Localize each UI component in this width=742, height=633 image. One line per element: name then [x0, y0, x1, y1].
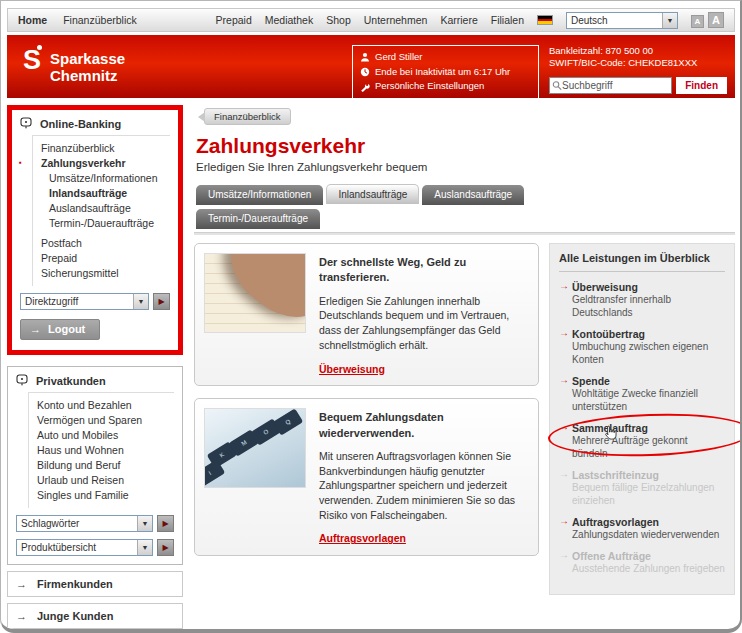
sidebar-item-termin-dauerauftraege[interactable]: Termin-/Daueraufträge: [33, 215, 170, 230]
overview-item-ueberweisung[interactable]: → Überweisung Geldtransfer innerhalb Deu…: [559, 281, 725, 319]
overview-title: Alle Leistungen im Überblick: [559, 252, 725, 272]
page-title: Zahlungsverkehr: [196, 134, 735, 158]
tab-bar: Umsätze/InformationenInlandsaufträgeAusl…: [196, 184, 735, 232]
clock-icon: [360, 67, 370, 77]
nav-unternehmen[interactable]: Unternehmen: [364, 14, 428, 26]
overview-item-sammelauftrag[interactable]: → Sammelauftrag Mehrere Aufträge gekonnt…: [559, 422, 725, 460]
german-flag-icon: [537, 15, 553, 25]
logout-label: Logout: [48, 323, 85, 335]
overview-panel: Alle Leistungen im Überblick → Überweisu…: [549, 243, 735, 595]
tab-umsaetze-informationen[interactable]: Umsätze/Informationen: [196, 185, 323, 205]
logout-button[interactable]: → Logout: [20, 319, 100, 340]
session-user[interactable]: Gerd Stiller: [360, 50, 531, 65]
sidebar-item-finanzueberblick[interactable]: Finanzüberblick: [33, 140, 170, 155]
search-icon: [552, 80, 562, 91]
divider: [194, 232, 735, 235]
nav-prepaid[interactable]: Prepaid: [216, 14, 252, 26]
language-value: Deutsch: [567, 15, 662, 26]
produktuebersicht-go-button[interactable]: ▶: [157, 539, 174, 556]
session-timeout: Ende bei Inaktivität um 6:17 Uhr: [360, 65, 531, 80]
nav-home[interactable]: Home: [18, 14, 47, 26]
sidebar-item-sicherungsmittel[interactable]: Sicherungsmittel: [33, 265, 170, 280]
sparkasse-s-icon: S: [23, 47, 41, 73]
sidebar-item-auslandsauftraege[interactable]: Auslandsaufträge: [33, 200, 170, 215]
section-label: Junge Kunden: [37, 610, 113, 622]
speech-bubble-icon: [16, 374, 28, 387]
produktuebersicht-select[interactable]: Produktübersicht ▼: [16, 539, 153, 556]
speech-bubble-icon: [20, 117, 32, 130]
sidebar-item-konto-bezahlen[interactable]: Konto und Bezahlen: [29, 397, 174, 412]
overview-item-auftragsvorlagen[interactable]: → Auftragsvorlagen Zahlungsdaten wiederv…: [559, 516, 725, 541]
search-box: [549, 77, 672, 94]
direktzugriff-go-button[interactable]: ▶: [153, 293, 170, 310]
arrow-right-icon: →: [16, 610, 27, 622]
breadcrumb-finanzueberblick[interactable]: Finanzüberblick: [204, 108, 291, 125]
arrow-right-icon: →: [559, 515, 569, 526]
nav-karriere[interactable]: Karriere: [440, 14, 477, 26]
arrow-right-icon: →: [559, 549, 569, 560]
tab-auslandsauftraege[interactable]: Auslandsaufträge: [422, 185, 524, 205]
ueberweisung-link[interactable]: Überweisung: [319, 362, 385, 377]
nav-filialen[interactable]: Filialen: [491, 14, 524, 26]
font-increase-button[interactable]: A: [708, 12, 724, 28]
nav-finanzueberblick[interactable]: Finanzüberblick: [63, 14, 137, 26]
schlagwoerter-value: Schlagwörter: [17, 518, 137, 529]
sidebar-item-auto-mobiles[interactable]: Auto und Mobiles: [29, 427, 174, 442]
bank-name-line1: Sparkasse: [50, 50, 125, 67]
sidebar-section-junge-kunden[interactable]: → Junge Kunden: [7, 603, 183, 629]
find-button[interactable]: Finden: [676, 77, 727, 94]
card-index-photo[interactable]: K M O Q I: [204, 408, 306, 488]
arrow-right-icon: →: [559, 327, 569, 338]
card-body: Erledigen Sie Zahlungen innerhalb Deutsc…: [319, 294, 529, 353]
browser-page: Home Finanzüberblick Prepaid Mediathek S…: [0, 0, 742, 633]
arrow-right-icon: →: [559, 280, 569, 291]
chevron-down-icon[interactable]: ▼: [662, 13, 677, 28]
card-heading: Bequem Zahlungsdaten wiederverwenden.: [319, 410, 529, 441]
nav-shop[interactable]: Shop: [326, 14, 351, 26]
main-content: Finanzüberblick Zahlungsverkehr Erledige…: [194, 105, 735, 633]
arrow-right-icon: →: [559, 374, 569, 385]
arrow-right-icon: →: [16, 578, 27, 590]
online-banking-panel: Online-Banking Finanzüberblick ▪Zahlungs…: [7, 105, 183, 355]
font-decrease-button[interactable]: A: [691, 15, 704, 28]
sidebar-item-bildung-beruf[interactable]: Bildung und Beruf: [29, 457, 174, 472]
overview-item-kontouebertrag[interactable]: → Kontoübertrag Umbuchung zwischen eigen…: [559, 328, 725, 366]
transfer-form-photo[interactable]: [204, 253, 306, 333]
bankleitzahl-text: Bankleitzahl: 870 500 00: [549, 45, 727, 57]
sidebar-item-haus-wohnen[interactable]: Haus und Wohnen: [29, 442, 174, 457]
chevron-down-icon[interactable]: ▼: [137, 540, 152, 555]
teaser-card-auftragsvorlagen: K M O Q I Bequem Zahlungsdaten wiederver…: [194, 398, 539, 556]
online-banking-title: Online-Banking: [40, 118, 121, 130]
session-settings[interactable]: Persönliche Einstellungen: [360, 79, 531, 94]
card-body: Mit unseren Auftragsvorlagen können Sie …: [319, 449, 529, 522]
tab-inlandsauftraege[interactable]: Inlandsaufträge: [326, 184, 419, 204]
sidebar-item-inlandsauftraege[interactable]: Inlandsaufträge: [33, 185, 170, 200]
sidebar-item-vermoegen-sparen[interactable]: Vermögen und Sparen: [29, 412, 174, 427]
chevron-down-icon[interactable]: ▼: [133, 294, 148, 309]
search-input[interactable]: [562, 80, 669, 91]
overview-item-spende[interactable]: → Spende Wohltätige Zwecke finanziell un…: [559, 375, 725, 413]
session-user-label: Gerd Stiller: [375, 50, 423, 65]
sidebar-item-umsaetze[interactable]: Umsätze/Informationen: [33, 170, 170, 185]
sidebar-section-firmenkunden[interactable]: → Firmenkunden: [7, 571, 183, 597]
sidebar-item-postfach[interactable]: Postfach: [33, 235, 170, 250]
schlagwoerter-go-button[interactable]: ▶: [157, 515, 174, 532]
schlagwoerter-select[interactable]: Schlagwörter ▼: [16, 515, 153, 532]
section-label: Firmenkunden: [37, 578, 113, 590]
privatkunden-title: Privatkunden: [36, 375, 106, 387]
direktzugriff-select[interactable]: Direktzugriff ▼: [20, 293, 149, 310]
auftragsvorlagen-link[interactable]: Auftragsvorlagen: [319, 531, 406, 546]
sidebar-item-urlaub-reisen[interactable]: Urlaub und Reisen: [29, 472, 174, 487]
card-heading: Der schnellste Weg, Geld zu transferiere…: [319, 255, 529, 286]
sparkasse-logo[interactable]: S Sparkasse Chemnitz: [23, 47, 125, 85]
red-bullet-icon: ▪: [19, 158, 22, 167]
chevron-down-icon[interactable]: ▼: [137, 516, 152, 531]
sidebar-item-prepaid[interactable]: Prepaid: [33, 250, 170, 265]
sidebar-item-zahlungsverkehr[interactable]: ▪Zahlungsverkehr: [33, 155, 170, 170]
nav-mediathek[interactable]: Mediathek: [265, 14, 313, 26]
sidebar: Online-Banking Finanzüberblick ▪Zahlungs…: [7, 105, 183, 633]
top-bar: Home Finanzüberblick Prepaid Mediathek S…: [7, 8, 735, 32]
sidebar-item-singles-familie[interactable]: Singles und Familie: [29, 487, 174, 502]
language-select[interactable]: Deutsch ▼: [566, 12, 678, 29]
tab-termin-dauerauftraege[interactable]: Termin-/Daueraufträge: [196, 209, 320, 229]
